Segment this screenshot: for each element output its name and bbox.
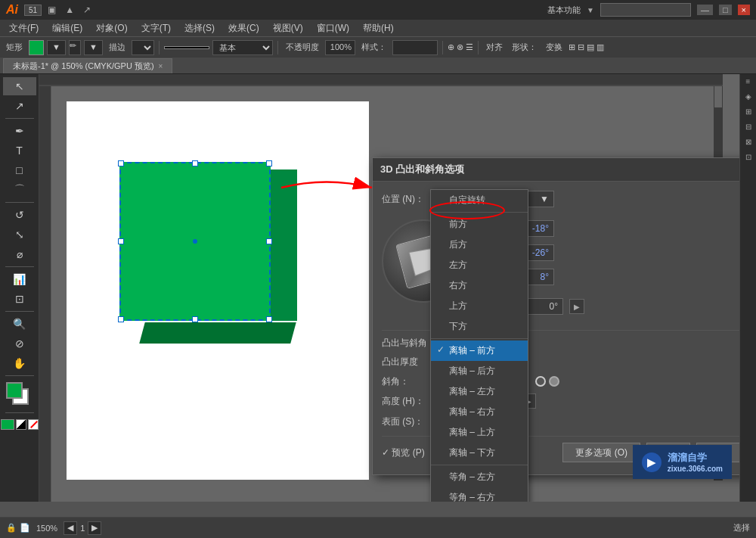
menu-help[interactable]: 帮助(H) (357, 20, 400, 36)
dropdown-item-back[interactable]: 后方 (431, 235, 528, 255)
handle-mr[interactable] (266, 238, 272, 244)
opacity-input[interactable]: 100% (325, 40, 355, 55)
doc-tab-close[interactable]: × (159, 62, 163, 70)
tool-pen[interactable]: ✒ (3, 122, 36, 140)
workspace-dropdown-icon[interactable]: ▼ (587, 6, 594, 14)
dialog-title: 3D 凸出和斜角选项 (380, 163, 464, 176)
dropdown-item-iso-right[interactable]: 等角 – 右方 (431, 487, 528, 502)
tool-slice[interactable]: ⊡ (3, 290, 36, 308)
maximize-btn[interactable]: □ (719, 5, 732, 15)
tool-scale[interactable]: ⤡ (3, 225, 36, 244)
mode-none[interactable] (28, 419, 39, 430)
stroke-icon[interactable]: ✏ (69, 40, 81, 55)
dialog-title-bar: 3D 凸出和斜角选项 (373, 158, 739, 182)
tab-icon-arrow[interactable]: ↗ (80, 5, 94, 15)
endpoint-dot-1[interactable] (535, 376, 546, 387)
handle-tc[interactable] (192, 160, 198, 166)
title-bar-right: 基本功能 ▼ — □ × (547, 3, 750, 17)
tab-icon-tri[interactable]: ▲ (62, 5, 77, 15)
handle-bl[interactable] (118, 316, 124, 322)
status-icon-1[interactable]: 🔒 (6, 523, 17, 533)
preview-label: ✓ 预览 (P) (382, 446, 425, 459)
search-input[interactable] (600, 3, 691, 17)
tool-zoom[interactable]: 🔍 (3, 315, 36, 333)
status-icon-2[interactable]: 📄 (20, 523, 30, 533)
tab-icon-51[interactable]: 51 (24, 5, 42, 16)
dropdown-item-front[interactable]: 前方 (431, 214, 528, 235)
fg-color-box[interactable] (6, 382, 23, 399)
shape-label: 矩形 (3, 42, 26, 53)
fill-dropdown[interactable]: ▼ (47, 40, 66, 55)
status-left: 🔒 📄 (6, 523, 30, 533)
dropdown-item-iso-left[interactable]: 等角 – 左方 (431, 467, 528, 487)
dropdown-item-left[interactable]: 左方 (431, 255, 528, 275)
handle-br[interactable] (266, 316, 272, 322)
right-panel-btn-4[interactable]: ⊟ (742, 123, 754, 135)
handle-tr[interactable] (266, 160, 272, 166)
tool-rotate[interactable]: ↺ (3, 206, 36, 224)
right-panel-btn-3[interactable]: ⊞ (742, 107, 754, 120)
right-panel-btn-1[interactable]: ≡ (742, 77, 754, 89)
dropdown-item-custom[interactable]: 自定旋转 (431, 190, 528, 210)
dropdown-item-right[interactable]: 右方 (431, 275, 528, 296)
dropdown-item-off-top[interactable]: 离轴 – 上方 (431, 422, 528, 443)
perspective-inc-btn[interactable]: ▶ (569, 299, 584, 314)
tool-graph[interactable]: 📊 (3, 270, 36, 288)
tool-direct-select[interactable]: ↗ (3, 97, 36, 115)
menu-view[interactable]: 视图(V) (267, 20, 309, 36)
status-zoom: 150% (36, 524, 57, 533)
status-nav: ◀ 1 ▶ (64, 521, 101, 535)
handle-tl[interactable] (118, 160, 124, 166)
menu-file[interactable]: 文件(F) (3, 20, 45, 36)
page-prev-btn[interactable]: ◀ (64, 521, 77, 535)
tool-warp[interactable]: ⌀ (3, 245, 36, 263)
fill-color-box[interactable] (29, 40, 44, 55)
menu-edit[interactable]: 编辑(E) (46, 20, 88, 36)
close-btn[interactable]: × (738, 5, 750, 15)
align-label: 对齐 (483, 42, 506, 53)
mode-gradient[interactable] (16, 419, 26, 430)
menu-text[interactable]: 文字(T) (135, 20, 177, 36)
menu-select[interactable]: 选择(S) (178, 20, 221, 36)
tool-select[interactable]: ↖ (3, 77, 36, 95)
box-right (271, 169, 297, 321)
dropdown-item-off-left[interactable]: 离轴 – 左方 (431, 381, 528, 402)
style-input[interactable] (392, 40, 438, 55)
tool-eyedropper[interactable]: ⊘ (3, 334, 36, 353)
doc-tab[interactable]: 未标题-1* @ 150% (CMYK/GPU 预览) × (3, 58, 172, 73)
tool-paintbrush[interactable]: ⌒ (3, 181, 36, 199)
menu-object[interactable]: 对象(O) (90, 20, 133, 36)
tab-icon-grid[interactable]: ▣ (45, 5, 59, 15)
tool-shape[interactable]: □ (3, 161, 36, 179)
tool-sep-3 (5, 266, 34, 267)
dropdown-item-top[interactable]: 上方 (431, 296, 528, 316)
menu-effect[interactable]: 效果(C) (222, 20, 265, 36)
dropdown-item-off-bottom[interactable]: 离轴 – 下方 (431, 443, 528, 463)
dropdown-item-off-front[interactable]: 离轴 – 前方 (431, 341, 528, 361)
page-next-btn[interactable]: ▶ (88, 521, 101, 535)
stroke-style-select[interactable]: 基本 (212, 40, 273, 55)
title-bar: Ai 51 ▣ ▲ ↗ 基本功能 ▼ — □ × (0, 0, 756, 20)
dropdown-item-off-back[interactable]: 离轴 – 后方 (431, 361, 528, 381)
handle-bc[interactable] (192, 316, 198, 322)
position-dropdown-menu: 自定旋转 前方 后方 左方 右方 上方 下方 离轴 – 前方 离轴 – 后方 离… (430, 189, 528, 502)
right-panel-btn-5[interactable]: ⊠ (742, 138, 754, 150)
mode-color[interactable] (1, 419, 14, 430)
dropdown-item-bottom[interactable]: 下方 (431, 316, 528, 337)
more-options-btn[interactable]: 更多选项 (O) (562, 443, 640, 462)
stroke-label: 描边 (106, 42, 129, 53)
tool-sep-1 (5, 118, 34, 119)
menu-window[interactable]: 窗口(W) (311, 20, 355, 36)
stroke-dropdown[interactable]: ▼ (84, 40, 103, 55)
perspective-input[interactable]: 0° (525, 298, 563, 315)
tool-text[interactable]: T (3, 141, 36, 160)
right-panel-btn-6[interactable]: ⊡ (742, 153, 754, 165)
dropdown-item-off-right[interactable]: 离轴 – 右方 (431, 402, 528, 422)
tool-hand[interactable]: ✋ (3, 354, 36, 372)
right-panel-btn-2[interactable]: ◈ (742, 92, 754, 104)
stroke-width-select[interactable] (132, 40, 154, 55)
main-layout: ↖ ↗ ✒ T □ ⌒ ↺ ⤡ ⌀ 📊 ⊡ 🔍 ⊘ ✋ (0, 74, 756, 502)
minimize-btn[interactable]: — (697, 5, 713, 15)
handle-ml[interactable] (118, 238, 124, 244)
endpoint-dot-2[interactable] (549, 376, 559, 387)
